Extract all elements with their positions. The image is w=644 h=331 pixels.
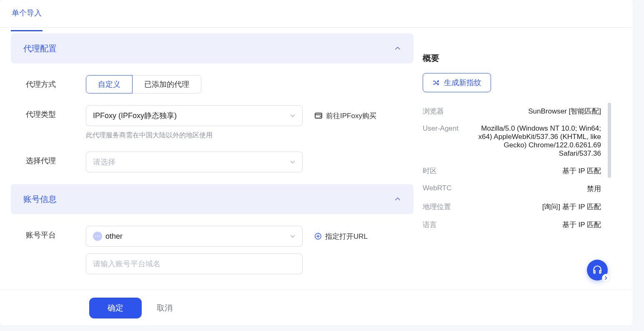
label-proxy-method: 代理方式 <box>26 75 86 89</box>
summary-row-lang: 语言 基于 IP 匹配 <box>423 216 601 234</box>
summary-row-webrtc: WebRTC 禁用 <box>423 180 601 198</box>
chevron-down-icon <box>290 159 296 165</box>
section-proxy-header[interactable]: 代理配置 <box>11 33 413 63</box>
platform-other-icon: ··· <box>93 232 102 241</box>
gen-button-text: 生成新指纹 <box>444 78 481 88</box>
summary-row-browser: 浏览器 SunBrowser [智能匹配] <box>423 102 601 120</box>
summary-row-tz: 时区 基于 IP 匹配 <box>423 162 601 180</box>
v-ua: Mozilla/5.0 (Windows NT 10.0; Win64; x64… <box>467 124 601 158</box>
summary-title: 概要 <box>423 53 601 64</box>
chevron-down-icon <box>290 113 296 119</box>
link-buy-ipfoxy[interactable]: 前往IPFoxy购买 <box>314 111 376 121</box>
select-proxy-placeholder: 请选择 <box>93 157 115 167</box>
k-lang: 语言 <box>423 220 437 230</box>
platform-value: other <box>105 232 123 241</box>
v-browser: SunBrowser [智能匹配] <box>528 106 601 116</box>
scrollbar[interactable] <box>608 103 611 178</box>
segment-custom[interactable]: 自定义 <box>86 75 133 93</box>
arrow-right-icon <box>604 276 608 280</box>
segment-proxy-method: 自定义 已添加的代理 <box>86 75 201 93</box>
summary-row-ua: User-Agent Mozilla/5.0 (Windows NT 10.0;… <box>423 120 601 162</box>
section-proxy-title: 代理配置 <box>23 43 57 54</box>
row-account-platform: 账号平台 ··· other 指定打开URL <box>11 226 413 274</box>
k-tz: 时区 <box>423 166 437 176</box>
buy-link-text: 前往IPFoxy购买 <box>326 111 376 121</box>
chevron-up-icon <box>394 45 401 52</box>
svg-rect-0 <box>315 113 322 118</box>
k-webrtc: WebRTC <box>423 184 451 192</box>
k-browser: 浏览器 <box>423 106 444 116</box>
footer: 确定 取消 <box>0 290 633 326</box>
chevron-down-icon <box>290 233 296 239</box>
row-proxy-method: 代理方式 自定义 已添加的代理 <box>11 75 413 93</box>
help-arrow-badge <box>602 274 610 282</box>
section-account-header[interactable]: 账号信息 <box>11 184 413 214</box>
v-webrtc: 禁用 <box>587 184 601 194</box>
summary-panel: 概要 生成新指纹 浏览器 SunBrowser [智能匹配] User-Agen… <box>413 28 614 290</box>
external-link-icon <box>314 111 323 120</box>
plus-circle-icon <box>314 232 322 240</box>
v-geo: [询问] 基于 IP 匹配 <box>542 202 601 212</box>
label-proxy-type: 代理类型 <box>26 105 86 119</box>
shuffle-icon <box>432 79 440 86</box>
main-column: 代理配置 代理方式 自定义 已添加的代理 代理类型 IPFoxy ( <box>0 28 413 290</box>
segment-existing[interactable]: 已添加的代理 <box>133 75 201 93</box>
label-account-platform: 账号平台 <box>26 226 86 240</box>
tab-single-import[interactable]: 单个导入 <box>11 4 43 31</box>
label-select-proxy: 选择代理 <box>26 152 86 166</box>
k-geo: 地理位置 <box>423 202 451 212</box>
v-tz: 基于 IP 匹配 <box>562 166 601 176</box>
summary-row-geo: 地理位置 [询问] 基于 IP 匹配 <box>423 198 601 216</box>
row-proxy-type: 代理类型 IPFoxy (IPFoxy静态独享) 前往IPFoxy购买 此代理服… <box>11 105 413 140</box>
headset-icon <box>592 265 603 275</box>
v-lang: 基于 IP 匹配 <box>562 220 601 230</box>
main-window: 单个导入 代理配置 代理方式 自定义 已添加的代理 代理类型 <box>0 0 633 326</box>
tab-bar: 单个导入 <box>0 0 633 28</box>
select-proxy[interactable]: 请选择 <box>86 152 303 172</box>
chevron-up-icon <box>394 196 401 202</box>
row-select-proxy: 选择代理 请选择 <box>11 152 413 172</box>
content: 代理配置 代理方式 自定义 已添加的代理 代理类型 IPFoxy ( <box>0 28 633 290</box>
input-platform-domain-wrapper <box>86 253 303 274</box>
link-specify-url[interactable]: 指定打开URL <box>314 232 368 241</box>
proxy-type-value: IPFoxy (IPFoxy静态独享) <box>93 111 177 121</box>
generate-fingerprint-button[interactable]: 生成新指纹 <box>423 73 491 92</box>
cancel-button[interactable]: 取消 <box>157 303 173 313</box>
section-account-title: 账号信息 <box>23 194 57 205</box>
proxy-type-hint: 此代理服务商需在中国大陆以外的地区使用 <box>86 131 413 140</box>
input-platform-domain[interactable] <box>93 260 296 268</box>
url-link-text: 指定打开URL <box>325 232 368 241</box>
help-floating-button[interactable] <box>587 260 608 280</box>
select-platform[interactable]: ··· other <box>86 226 303 247</box>
k-ua: User-Agent <box>423 124 459 133</box>
confirm-button[interactable]: 确定 <box>89 298 142 318</box>
select-proxy-type[interactable]: IPFoxy (IPFoxy静态独享) <box>86 105 303 126</box>
